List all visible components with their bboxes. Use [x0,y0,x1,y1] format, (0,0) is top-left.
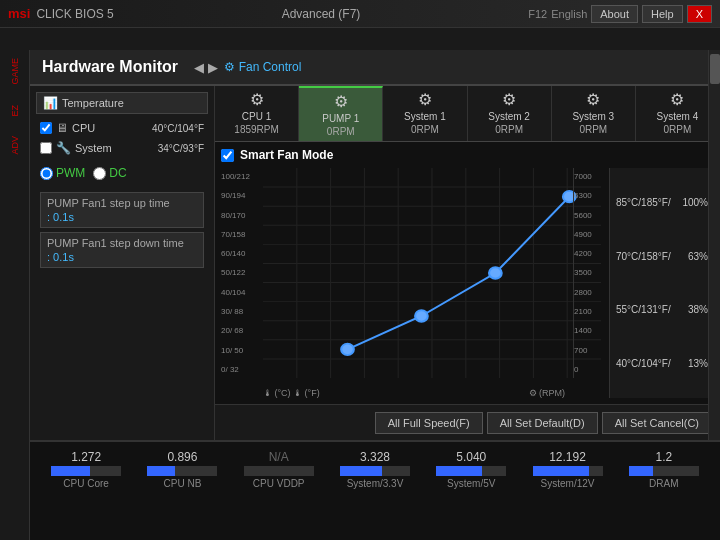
voltage-cpu-nb: 0.896 CPU NB [147,450,217,489]
temp-label-2: 70°C/158°F/ [616,251,671,262]
cpu-label: CPU [72,122,148,134]
system2-fan-icon: ⚙ [502,90,516,109]
fan-tab-system3[interactable]: ⚙ System 3 0RPM [552,86,636,141]
system4-fan-name: System 4 [657,111,699,122]
set-default-button[interactable]: All Set Default(D) [487,412,598,434]
left-sidebar: GAME EZ ADV [0,50,30,540]
system-label: System [75,142,154,154]
system-temp-row: 🔧 System 34°C/93°F [36,138,208,158]
smart-fan-title: Smart Fan Mode [240,148,333,162]
close-button[interactable]: X [687,5,712,23]
cpu-nb-value: 0.896 [167,450,197,464]
dram-bar-container [629,466,699,476]
about-button[interactable]: About [591,5,638,23]
voltage-section: 1.272 CPU Core 0.896 CPU NB N/A CPU VDDP… [30,440,720,540]
fan-tab-system2[interactable]: ⚙ System 2 0RPM [468,86,552,141]
temp-point-4[interactable]: 40°C/104°F/ 13% [616,358,708,369]
fan-tab-cpu1[interactable]: ⚙ CPU 1 1859RPM [215,86,299,141]
smart-fan-checkbox[interactable] [221,149,234,162]
voltage-system-3v3: 3.328 System/3.3V [340,450,410,489]
language-label: English [551,8,587,20]
pump1-fan-icon: ⚙ [334,92,348,111]
system-3v3-value: 3.328 [360,450,390,464]
cpu-nb-bar [147,466,175,476]
system-3v3-bar [340,466,382,476]
temp-label-4: 40°C/104°F/ [616,358,671,369]
y-label-9: 10/ 50 [221,346,263,355]
dc-radio-label[interactable]: DC [93,166,126,180]
step-up-title: PUMP Fan1 step up time [47,197,197,209]
temp-pct-1: 100% [682,197,708,208]
system4-fan-icon: ⚙ [670,90,684,109]
curve-point-3[interactable] [489,267,502,278]
y-label-6: 40/104 [221,288,263,297]
title-center-text: Advanced (F7) [114,7,528,21]
x-rpm-label: ⚙ (RPM) [529,388,566,398]
system-12v-value: 12.192 [549,450,586,464]
fan-tabs-row: ⚙ CPU 1 1859RPM ⚙ PUMP 1 0RPM ⚙ System 1… [215,86,720,142]
x-axis-bottom: 🌡 (°C) 🌡 (°F) ⚙ (RPM) [263,388,565,398]
fan-icon: ⚙ [224,60,235,74]
temperature-label: Temperature [62,97,124,109]
temp-pct-3: 38% [688,304,708,315]
cpu-core-bar-container [51,466,121,476]
rpm-label-8: 1400 [574,326,609,335]
temp-pct-4: 13% [688,358,708,369]
cpu1-fan-name: CPU 1 [242,111,271,122]
rpm-label-7: 2100 [574,307,609,316]
system4-fan-rpm: 0RPM [664,124,692,135]
voltage-dram: 1.2 DRAM [629,450,699,489]
step-down-box: PUMP Fan1 step down time : 0.1s [40,232,204,268]
cpu-temp-value: 40°C/104°F [152,123,204,134]
fan-tab-system1[interactable]: ⚙ System 1 0RPM [383,86,467,141]
cpu-nb-label: CPU NB [164,478,202,489]
system-temp-value: 34°C/93°F [158,143,204,154]
step-up-value: : 0.1s [47,211,197,223]
cpu-core-bar [51,466,90,476]
sidebar-game-label[interactable]: GAME [10,58,20,85]
curve-point-1[interactable] [341,344,354,355]
scrollbar[interactable] [708,50,720,440]
rpm-label-6: 2800 [574,288,609,297]
dc-radio[interactable] [93,167,106,180]
system2-fan-name: System 2 [488,111,530,122]
fan-control-link[interactable]: Fan Control [239,60,302,74]
action-bar: All Full Speed(F) All Set Default(D) All… [215,404,720,440]
temp-point-1[interactable]: 85°C/185°F/ 100% [616,197,708,208]
set-cancel-button[interactable]: All Set Cancel(C) [602,412,712,434]
system-checkbox[interactable] [40,142,52,154]
dc-label: DC [109,166,126,180]
rpm-label-2: 5600 [574,211,609,220]
temp-legend: 85°C/185°F/ 100% 70°C/158°F/ 63% 55°C/13… [609,168,714,398]
right-panel: ⚙ CPU 1 1859RPM ⚙ PUMP 1 0RPM ⚙ System 1… [215,86,720,440]
y-label-10: 0/ 32 [221,365,263,374]
bios-product-name: CLICK BIOS 5 [36,7,113,21]
system2-fan-rpm: 0RPM [495,124,523,135]
system-5v-bar [436,466,482,476]
scroll-thumb[interactable] [710,54,720,84]
cpu-vddp-bar-container [244,466,314,476]
voltage-cpu-vddp: N/A CPU VDDP [244,450,314,489]
sidebar-ez-label[interactable]: EZ [10,105,20,117]
voltage-cpu-core: 1.272 CPU Core [51,450,121,489]
curve-point-2[interactable] [415,310,428,321]
system3-fan-name: System 3 [572,111,614,122]
temp-point-2[interactable]: 70°C/158°F/ 63% [616,251,708,262]
rpm-label-0: 7000 [574,172,609,181]
voltage-system-12v: 12.192 System/12V [533,450,603,489]
system1-fan-name: System 1 [404,111,446,122]
pwm-radio[interactable] [40,167,53,180]
temp-point-3[interactable]: 55°C/131°F/ 38% [616,304,708,315]
sidebar-adv-label[interactable]: ADV [10,136,20,155]
pwm-radio-label[interactable]: PWM [40,166,85,180]
help-button[interactable]: Help [642,5,683,23]
fan-tab-pump1[interactable]: ⚙ PUMP 1 0RPM [299,86,383,141]
y-label-5: 50/122 [221,268,263,277]
y-label-4: 60/140 [221,249,263,258]
content-body: 📊 Temperature 🖥 CPU 40°C/104°F 🔧 System … [30,86,720,440]
fan-curve-graph[interactable] [263,168,601,378]
full-speed-button[interactable]: All Full Speed(F) [375,412,483,434]
cpu-checkbox[interactable] [40,122,52,134]
breadcrumb-icon: ◀ ▶ [194,60,218,75]
y-label-1: 90/194 [221,191,263,200]
